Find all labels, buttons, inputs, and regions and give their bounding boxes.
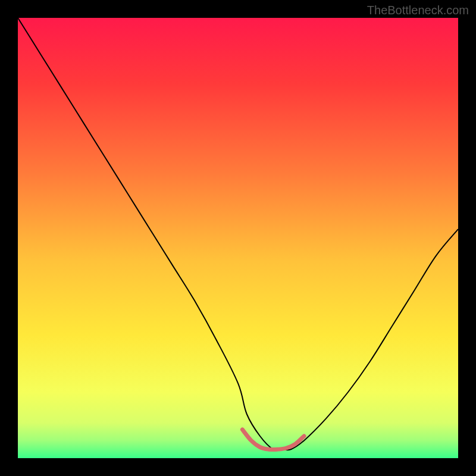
bottleneck-chart bbox=[0, 0, 476, 476]
watermark-label: TheBottleneck.com bbox=[367, 4, 469, 17]
chart-container: TheBottleneck.com bbox=[0, 0, 476, 476]
plot-background bbox=[18, 18, 458, 458]
